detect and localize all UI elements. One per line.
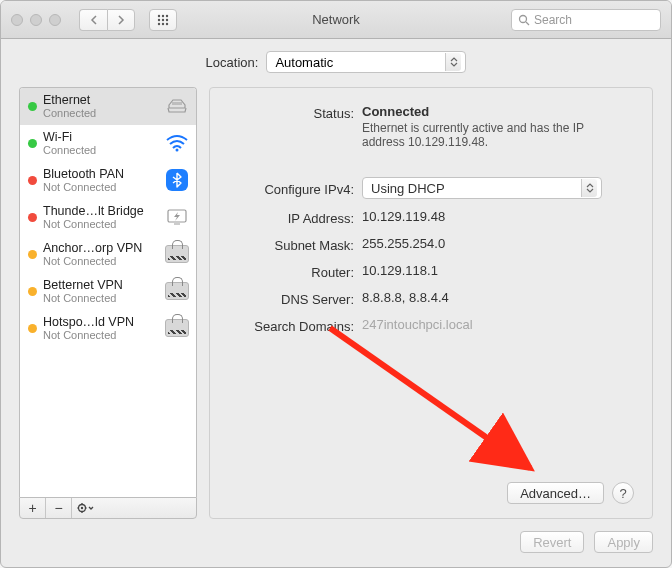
sidebar-item-bluetooth[interactable]: Bluetooth PAN Not Connected (20, 162, 196, 199)
vpn-lock-icon (164, 317, 190, 339)
sidebar-item-thunderbolt[interactable]: Thunde…lt Bridge Not Connected (20, 199, 196, 236)
nav-buttons (79, 9, 135, 31)
sidebar: Ethernet Connected Wi-Fi Connected (19, 87, 197, 497)
location-value: Automatic (275, 55, 333, 70)
ip-label: IP Address: (228, 209, 362, 226)
ethernet-icon (164, 95, 190, 117)
sidebar-item-sub: Not Connected (43, 181, 158, 193)
sidebar-toolbar: + − (19, 497, 197, 519)
sidebar-item-name: Hotspo…ld VPN (43, 315, 158, 329)
sidebar-wrap: Ethernet Connected Wi-Fi Connected (19, 87, 197, 519)
subnet-row: Subnet Mask: 255.255.254.0 (228, 236, 634, 253)
footer: Revert Apply (19, 531, 653, 553)
svg-point-1 (162, 14, 164, 16)
sidebar-item-name: Betternet VPN (43, 278, 158, 292)
revert-button[interactable]: Revert (520, 531, 584, 553)
ip-value: 10.129.119.48 (362, 209, 634, 224)
router-value: 10.129.118.1 (362, 263, 634, 278)
configure-row: Configure IPv4: Using DHCP (228, 177, 634, 199)
svg-point-2 (166, 14, 168, 16)
apply-button[interactable]: Apply (594, 531, 653, 553)
sidebar-item-name: Bluetooth PAN (43, 167, 158, 181)
bluetooth-icon (164, 169, 190, 191)
sidebar-item-name: Thunde…lt Bridge (43, 204, 158, 218)
sidebar-item-ethernet[interactable]: Ethernet Connected (20, 88, 196, 125)
sidebar-item-text: Bluetooth PAN Not Connected (43, 167, 158, 193)
svg-point-5 (166, 18, 168, 20)
sidebar-item-text: Thunde…lt Bridge Not Connected (43, 204, 158, 230)
sidebar-item-name: Wi-Fi (43, 130, 158, 144)
status-dot-icon (28, 102, 37, 111)
status-dot-icon (28, 139, 37, 148)
svg-line-16 (330, 328, 530, 468)
configure-value-block: Using DHCP (362, 177, 634, 199)
status-value-block: Connected Ethernet is currently active a… (362, 104, 634, 149)
router-label: Router: (228, 263, 362, 280)
remove-service-button[interactable]: − (46, 498, 72, 518)
sidebar-item-vpn-anchor[interactable]: Anchor…orp VPN Not Connected (20, 236, 196, 273)
sidebar-item-text: Hotspo…ld VPN Not Connected (43, 315, 158, 341)
status-dot-icon (28, 176, 37, 185)
thunderbolt-icon (164, 206, 190, 228)
sidebar-item-vpn-betternet[interactable]: Betternet VPN Not Connected (20, 273, 196, 310)
sidebar-item-name: Anchor…orp VPN (43, 241, 158, 255)
location-row: Location: Automatic (19, 51, 653, 73)
configure-ipv4-select[interactable]: Using DHCP (362, 177, 602, 199)
status-label: Status: (228, 104, 362, 121)
sidebar-item-sub: Not Connected (43, 329, 158, 341)
sidebar-item-text: Anchor…orp VPN Not Connected (43, 241, 158, 267)
minimize-button[interactable] (30, 14, 42, 26)
close-button[interactable] (11, 14, 23, 26)
add-service-button[interactable]: + (20, 498, 46, 518)
titlebar: Network (1, 1, 671, 39)
service-actions-button[interactable] (72, 498, 98, 518)
dns-label: DNS Server: (228, 290, 362, 307)
subnet-value: 255.255.254.0 (362, 236, 634, 251)
search-icon (518, 14, 530, 26)
detail-bottom-row: Advanced… ? (228, 482, 634, 504)
svg-point-0 (158, 14, 160, 16)
sidebar-item-sub: Not Connected (43, 255, 158, 267)
svg-point-11 (176, 149, 179, 152)
svg-point-3 (158, 18, 160, 20)
location-select[interactable]: Automatic (266, 51, 466, 73)
show-all-button[interactable] (149, 9, 177, 31)
search-domains-value: 247intouchpci.local (362, 317, 634, 332)
location-label: Location: (206, 55, 259, 70)
svg-point-9 (520, 15, 527, 22)
back-button[interactable] (79, 9, 107, 31)
advanced-button[interactable]: Advanced… (507, 482, 604, 504)
sidebar-item-vpn-hotspot[interactable]: Hotspo…ld VPN Not Connected (20, 310, 196, 347)
vpn-lock-icon (164, 243, 190, 265)
status-dot-icon (28, 324, 37, 333)
sidebar-item-text: Ethernet Connected (43, 93, 158, 119)
ip-row: IP Address: 10.129.119.48 (228, 209, 634, 226)
main-columns: Ethernet Connected Wi-Fi Connected (19, 87, 653, 519)
sidebar-item-text: Wi-Fi Connected (43, 130, 158, 156)
content: Location: Automatic Ethernet Connecte (1, 39, 671, 567)
sidebar-item-text: Betternet VPN Not Connected (43, 278, 158, 304)
search-field[interactable] (511, 9, 661, 31)
dns-row: DNS Server: 8.8.8.8, 8.8.4.4 (228, 290, 634, 307)
select-stepper-icon (581, 179, 597, 197)
configure-label: Configure IPv4: (228, 180, 362, 197)
zoom-button[interactable] (49, 14, 61, 26)
sidebar-item-sub: Not Connected (43, 218, 158, 230)
status-dot-icon (28, 287, 37, 296)
search-input[interactable] (534, 13, 672, 27)
help-button[interactable]: ? (612, 482, 634, 504)
subnet-label: Subnet Mask: (228, 236, 362, 253)
svg-point-8 (166, 22, 168, 24)
svg-point-15 (81, 507, 83, 509)
search-domains-row: Search Domains: 247intouchpci.local (228, 317, 634, 334)
gear-dropdown-icon (76, 501, 94, 515)
sidebar-item-wifi[interactable]: Wi-Fi Connected (20, 125, 196, 162)
svg-line-10 (526, 22, 529, 25)
router-row: Router: 10.129.118.1 (228, 263, 634, 280)
svg-point-4 (162, 18, 164, 20)
detail-panel: Status: Connected Ethernet is currently … (209, 87, 653, 519)
status-row: Status: Connected Ethernet is currently … (228, 104, 634, 149)
status-description: Ethernet is currently active and has the… (362, 121, 602, 149)
svg-point-7 (162, 22, 164, 24)
forward-button[interactable] (107, 9, 135, 31)
